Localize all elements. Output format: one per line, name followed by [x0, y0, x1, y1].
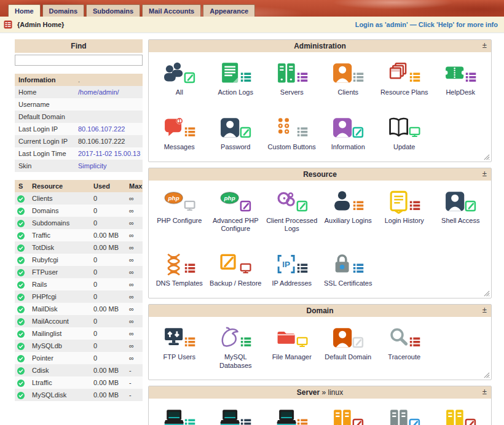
- launcher-advanced-php-configure[interactable]: php Advanced PHP Configure: [208, 185, 264, 241]
- icon-grid: All Action Logs Servers: [149, 52, 491, 107]
- launcher-ftp-users[interactable]: FTP Users: [151, 322, 208, 378]
- info-value[interactable]: 80.106.107.222: [74, 123, 143, 135]
- launcher-clients[interactable]: Clients: [320, 57, 377, 104]
- launcher-custom-buttons[interactable]: Custom Buttons: [264, 112, 320, 159]
- launcher-processes[interactable]: Processes: [208, 404, 264, 425]
- check-circle-icon: [17, 232, 25, 240]
- resource-max: ∞: [125, 241, 143, 254]
- info-label: Last Login Time: [15, 147, 74, 160]
- resource-max: ∞: [125, 229, 143, 241]
- collapse-toggle-icon[interactable]: ±: [482, 306, 487, 314]
- launcher-label: Action Logs: [218, 88, 253, 97]
- launcher-php-configure[interactable]: php PHP Configure: [151, 185, 208, 241]
- info-value[interactable]: /home/admin/: [74, 86, 143, 98]
- panel-title: Domain: [306, 306, 333, 315]
- launcher-label: FTP Users: [163, 353, 195, 362]
- launcher-ssl-certificates[interactable]: SSL Certificates: [320, 248, 377, 295]
- launcher-traceroute[interactable]: Traceroute: [376, 322, 433, 378]
- check-circle-icon: [17, 294, 25, 301]
- launcher-auxiliary-logins[interactable]: Auxiliary Logins: [320, 185, 377, 241]
- collapse-toggle-icon[interactable]: ±: [482, 388, 487, 396]
- info-value[interactable]: Simplicity: [74, 160, 143, 172]
- resource-row-maildisk: MailDisk 0.00 MB ∞: [15, 303, 143, 315]
- launcher-mysql-databases[interactable]: MySQL Databases: [208, 322, 264, 378]
- launcher-default-domain[interactable]: Default Domain: [320, 322, 377, 378]
- resize-handle-icon[interactable]: [483, 372, 490, 378]
- admin-home-grid-icon[interactable]: [4, 20, 12, 29]
- launcher-password[interactable]: Password: [208, 112, 264, 159]
- check-circle-icon: [17, 343, 25, 350]
- launcher-shell-access[interactable]: Shell Access: [433, 185, 489, 241]
- info-row-current-login-ip: Current Login IP 80.106.107.222: [15, 135, 143, 147]
- launcher-resource-plans[interactable]: Resource Plans: [376, 57, 433, 104]
- tab-bar: HomeDomainsSubdomainsMail AccountsAppear…: [8, 4, 257, 17]
- resource-max: ∞: [125, 192, 143, 205]
- resize-handle-icon[interactable]: [483, 154, 490, 160]
- launcher-label: Servers: [280, 88, 304, 97]
- check-circle-icon: [17, 318, 25, 326]
- launcher-timezone[interactable]: Timezone: [433, 404, 489, 425]
- panel-header-server: Server » linux ±: [149, 386, 491, 399]
- icon-grid: Services Processes Component Info: [149, 399, 491, 425]
- resource-row-mailinglist: Mailinglist 0 ∞: [15, 327, 143, 340]
- launcher-command-center[interactable]: Command Center: [320, 404, 377, 425]
- file-manager-icon: [276, 327, 308, 350]
- launcher-action-logs[interactable]: Action Logs: [208, 57, 264, 104]
- default-domain-icon: [332, 327, 364, 350]
- launcher-helpdesk[interactable]: HelpDesk: [433, 57, 489, 104]
- launcher-ip-addresses[interactable]: IP IP Addresses: [264, 248, 320, 295]
- resource-max: -: [125, 376, 143, 389]
- launcher-all[interactable]: All: [151, 57, 208, 104]
- launcher-information[interactable]: Information: [320, 112, 377, 159]
- collapse-toggle-icon[interactable]: ±: [482, 170, 487, 177]
- resource-max: ∞: [125, 352, 143, 364]
- launcher-services[interactable]: Services: [151, 404, 208, 425]
- launcher-component-info[interactable]: Component Info: [264, 404, 320, 425]
- launcher-servers[interactable]: Servers: [264, 57, 320, 104]
- panel-title: Administration: [294, 42, 346, 50]
- switch-program-icon: [388, 408, 420, 425]
- panel-header-administration: Administration ±: [149, 40, 491, 52]
- resource-row-phpfcgi: PHPfcgi 0 ∞: [15, 290, 143, 303]
- check-circle-icon: [17, 392, 25, 399]
- launcher-dns-templates[interactable]: DNS Templates: [151, 248, 208, 295]
- login-info-link[interactable]: Login as 'admin' — Click 'Help' for more…: [355, 21, 498, 28]
- resource-name: Cdisk: [28, 364, 90, 376]
- col-header-status: S: [15, 180, 28, 192]
- launcher-backup-restore[interactable]: Backup / Restore: [208, 248, 264, 295]
- launcher-switch-program[interactable]: Switch Program: [376, 404, 433, 425]
- password-icon: [219, 117, 251, 140]
- launcher-messages[interactable]: 1 Messages: [151, 112, 208, 159]
- launcher-login-history[interactable]: Login History: [376, 185, 433, 241]
- resource-name: Mailinglist: [28, 327, 90, 340]
- resource-row-domains: Domains 0 ∞: [15, 205, 143, 217]
- launcher-label: Messages: [164, 143, 195, 152]
- component-info-icon: [276, 408, 308, 425]
- info-label: Default Domain: [15, 111, 74, 123]
- tab-appearance[interactable]: Appearance: [203, 4, 255, 17]
- launcher-update[interactable]: Update: [376, 112, 433, 159]
- tab-domains[interactable]: Domains: [42, 4, 84, 17]
- launcher-label: Default Domain: [325, 353, 371, 362]
- tab-home[interactable]: Home: [8, 4, 41, 17]
- resource-row-rails: Rails 0 ∞: [15, 278, 143, 290]
- launcher-label: Login History: [385, 217, 424, 225]
- info-row-last-login-ip: Last Login IP 80.106.107.222: [15, 123, 143, 135]
- resource-row-ftpuser: FTPuser 0 ∞: [15, 266, 143, 278]
- tab-subdomains[interactable]: Subdomains: [86, 4, 140, 17]
- custom-buttons-icon: [276, 117, 308, 140]
- resource-max: ∞: [125, 278, 143, 290]
- svg-text:php: php: [167, 194, 179, 201]
- resource-used: 0: [90, 290, 125, 303]
- tab-mail-accounts[interactable]: Mail Accounts: [142, 4, 201, 17]
- panel-title: Resource: [303, 170, 337, 179]
- resource-plans-icon: [388, 62, 420, 85]
- resize-handle-icon[interactable]: [483, 290, 490, 297]
- find-input[interactable]: [15, 55, 143, 66]
- check-circle-icon: [17, 208, 25, 215]
- collapse-toggle-icon[interactable]: ±: [482, 41, 487, 49]
- resource-used: 0: [90, 340, 125, 352]
- info-value[interactable]: 2017-11-02 15.00.13: [74, 147, 143, 160]
- launcher-client-processed-logs[interactable]: Client Processed Logs: [264, 185, 320, 241]
- launcher-file-manager[interactable]: File Manager: [264, 322, 320, 378]
